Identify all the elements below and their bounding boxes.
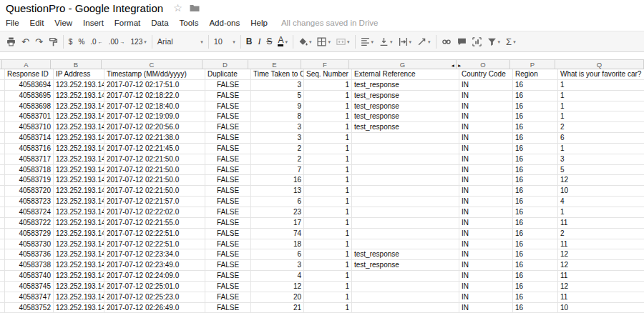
cell-A[interactable]: 40583719: [5, 175, 54, 186]
cell-E[interactable]: 3: [251, 122, 304, 133]
cell-P[interactable]: 16: [513, 282, 558, 292]
cell-A[interactable]: 40583729: [5, 229, 54, 239]
cell-G[interactable]: [352, 207, 459, 218]
column-header-P[interactable]: P: [510, 59, 555, 69]
cell-D[interactable]: FALSE: [205, 144, 251, 154]
filter-button[interactable]: ▾: [484, 34, 504, 49]
cell-F[interactable]: 1: [304, 111, 352, 122]
cell-F[interactable]: 1: [304, 91, 352, 101]
cell-P[interactable]: 16: [513, 207, 558, 218]
cell-A[interactable]: 40583701: [5, 111, 54, 122]
cell-D[interactable]: FALSE: [205, 154, 251, 165]
cell-P[interactable]: 16: [513, 303, 558, 313]
cell-G[interactable]: [352, 239, 459, 250]
cell-D[interactable]: FALSE: [205, 249, 251, 260]
cell-Q[interactable]: 2: [558, 229, 644, 239]
cell-D[interactable]: FALSE: [205, 186, 251, 197]
cell-D[interactable]: FALSE: [205, 260, 251, 271]
cell-C[interactable]: Timestamp (MM/dd/yyyy): [104, 69, 205, 80]
cell-B[interactable]: 123.252.193.148: [54, 249, 104, 260]
decrease-decimal-button[interactable]: .0←: [87, 34, 105, 49]
horizontal-align-button[interactable]: ▾: [358, 34, 377, 49]
cell-C[interactable]: 2017-07-12 02:21:38.0: [104, 133, 205, 144]
cell-O[interactable]: IN: [459, 197, 513, 207]
font-family-select[interactable]: Arial ▾: [155, 34, 206, 49]
cell-Q[interactable]: 12: [558, 282, 644, 292]
cell-D[interactable]: FALSE: [205, 197, 251, 207]
cell-E[interactable]: 18: [251, 239, 304, 250]
cell-P[interactable]: 16: [513, 165, 558, 176]
cell-B[interactable]: 123.252.193.148: [54, 186, 104, 197]
cell-A[interactable]: Response ID: [5, 69, 54, 80]
cell-B[interactable]: 123.252.193.148: [54, 207, 104, 218]
cell-D[interactable]: FALSE: [205, 292, 251, 303]
cell-Q[interactable]: 11: [558, 239, 644, 250]
cell-D[interactable]: Duplicate: [205, 69, 251, 80]
borders-button[interactable]: ▾: [314, 34, 333, 49]
cell-D[interactable]: FALSE: [205, 239, 251, 250]
cell-D[interactable]: FALSE: [205, 271, 251, 282]
cell-G[interactable]: [352, 282, 459, 292]
cell-F[interactable]: 1: [304, 207, 352, 218]
cell-C[interactable]: 2017-07-12 02:18:22.0: [104, 91, 205, 101]
cell-Q[interactable]: 1: [558, 144, 644, 154]
cell-D[interactable]: FALSE: [205, 133, 251, 144]
cell-A[interactable]: 40583695: [5, 91, 54, 101]
cell-F[interactable]: 1: [304, 101, 352, 112]
cell-B[interactable]: 123.252.193.148: [54, 133, 104, 144]
cell-A[interactable]: 40583736: [5, 249, 54, 260]
cell-P[interactable]: 16: [513, 260, 558, 271]
cell-E[interactable]: 2: [251, 144, 304, 154]
cell-F[interactable]: 1: [304, 133, 352, 144]
cell-O[interactable]: IN: [459, 271, 513, 282]
column-header-G[interactable]: G◄: [349, 59, 457, 69]
cell-E[interactable]: Time Taken to Co: [251, 69, 304, 80]
cell-C[interactable]: 2017-07-12 02:21:55.0: [104, 218, 205, 229]
cell-G[interactable]: [352, 229, 459, 239]
cell-E[interactable]: 3: [251, 80, 304, 91]
cell-D[interactable]: FALSE: [205, 303, 251, 313]
cell-O[interactable]: IN: [459, 186, 513, 197]
cell-C[interactable]: 2017-07-12 02:25:23.0: [104, 292, 205, 303]
cell-Q[interactable]: 5: [558, 165, 644, 176]
currency-format-button[interactable]: $: [66, 34, 76, 49]
cell-O[interactable]: IN: [459, 154, 513, 165]
vertical-align-button[interactable]: ▾: [376, 34, 396, 49]
cell-B[interactable]: 123.252.193.148: [54, 282, 104, 292]
insert-comment-button[interactable]: [454, 34, 469, 49]
cell-O[interactable]: IN: [459, 249, 513, 260]
cell-D[interactable]: FALSE: [205, 282, 251, 292]
cell-Q[interactable]: 10: [558, 303, 644, 313]
cell-B[interactable]: 123.252.193.148: [54, 271, 104, 282]
menu-format[interactable]: Format: [114, 19, 140, 27]
cell-D[interactable]: FALSE: [205, 207, 251, 218]
cell-P[interactable]: 16: [513, 91, 558, 101]
cell-E[interactable]: 6: [251, 249, 304, 260]
cell-Q[interactable]: 6: [558, 133, 644, 144]
folder-icon[interactable]: [190, 4, 200, 12]
cell-D[interactable]: FALSE: [205, 218, 251, 229]
cell-O[interactable]: IN: [459, 218, 513, 229]
cell-F[interactable]: 1: [304, 80, 352, 91]
cell-O[interactable]: IN: [459, 282, 513, 292]
cell-G[interactable]: [352, 303, 459, 313]
cell-E[interactable]: 23: [251, 207, 304, 218]
cell-C[interactable]: 2017-07-12 02:18:40.0: [104, 101, 205, 112]
cell-G[interactable]: test_response: [352, 122, 459, 133]
cell-B[interactable]: 123.252.193.148: [54, 260, 104, 271]
cell-B[interactable]: 123.252.193.148: [54, 197, 104, 207]
strikethrough-button[interactable]: S: [263, 34, 275, 49]
cell-O[interactable]: IN: [459, 111, 513, 122]
cell-O[interactable]: IN: [459, 260, 513, 271]
menu-help[interactable]: Help: [250, 19, 268, 27]
document-title[interactable]: QuestionPro - Google Integration: [6, 2, 163, 14]
cell-Q[interactable]: 11: [558, 271, 644, 282]
cell-O[interactable]: IN: [459, 91, 513, 101]
cell-C[interactable]: 2017-07-12 02:22:51.0: [104, 229, 205, 239]
cell-Q[interactable]: 3: [558, 154, 644, 165]
print-button[interactable]: [4, 34, 19, 49]
cell-C[interactable]: 2017-07-12 02:21:57.0: [104, 197, 205, 207]
cell-Q[interactable]: 1: [558, 101, 644, 112]
menu-file[interactable]: File: [6, 19, 19, 27]
cell-O[interactable]: IN: [459, 133, 513, 144]
